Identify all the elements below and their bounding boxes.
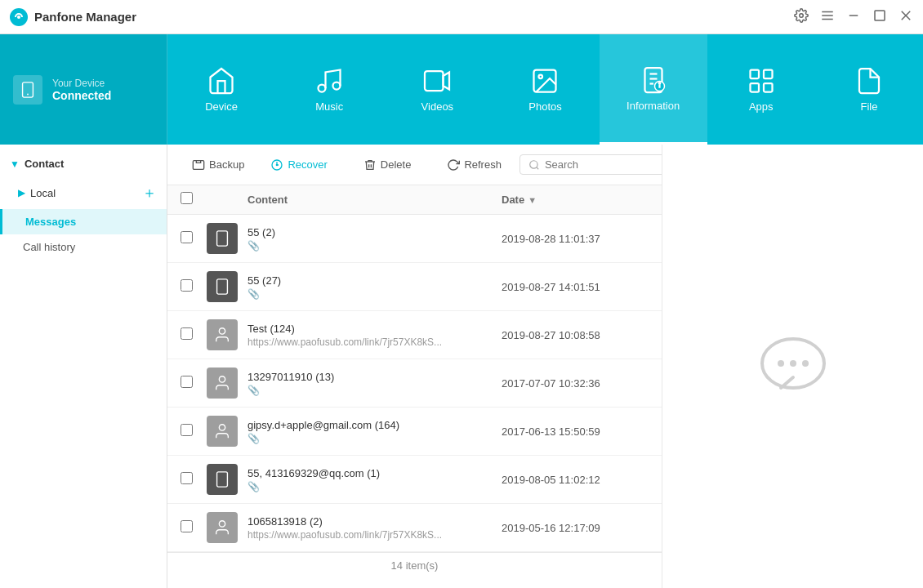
header-date[interactable]: Date ▼	[502, 194, 649, 206]
row-name: 55, 413169329@qq.com (1)	[247, 467, 502, 479]
main-area: ▼ Contact ▶ Local ＋ Messages Call histor…	[0, 145, 923, 588]
content-area: Backup Recover Delete	[167, 145, 662, 588]
row-checkbox-cell[interactable]	[181, 472, 207, 488]
svg-point-17	[539, 75, 543, 79]
refresh-icon	[447, 158, 460, 172]
row-content-cell: gipsy.d+apple@gmail.com (164) 📎	[247, 419, 502, 444]
avatar	[207, 512, 238, 543]
nav-item-music[interactable]: Music	[275, 34, 383, 145]
header-check[interactable]	[181, 192, 207, 207]
backup-button[interactable]: Backup	[181, 154, 256, 176]
title-bar-left: Panfone Manager	[10, 8, 136, 26]
delete-button[interactable]: Delete	[352, 154, 423, 176]
close-icon[interactable]	[898, 8, 913, 26]
messages-label: Messages	[25, 216, 76, 228]
row-attachment: 📎	[247, 288, 502, 300]
sidebar-section-contact[interactable]: ▼ Contact	[0, 151, 167, 176]
nav-item-videos[interactable]: Videos	[383, 34, 491, 145]
row-checkbox[interactable]	[181, 279, 193, 292]
nav-item-photos-label: Photos	[528, 100, 561, 113]
table-row[interactable]: 1065813918 (2) https://www.paofusub.com/…	[167, 504, 662, 552]
minimize-icon[interactable]	[846, 8, 861, 26]
row-avatar-cell	[207, 223, 247, 254]
svg-rect-41	[217, 472, 228, 487]
nav-item-photos[interactable]: Photos	[491, 34, 599, 145]
nav-item-information[interactable]: Information	[600, 34, 707, 145]
nav-item-information-label: Information	[626, 100, 680, 112]
sidebar-local-header[interactable]: ▶ Local ＋	[0, 176, 167, 209]
row-checkbox-cell[interactable]	[181, 327, 207, 343]
search-box[interactable]	[519, 154, 662, 175]
recover-icon	[270, 158, 283, 172]
table-row[interactable]: 13297011910 (13) 📎 2017-07-07 10:32:36	[167, 359, 662, 408]
svg-point-38	[219, 328, 225, 334]
svg-point-34	[530, 160, 537, 167]
row-avatar-cell	[207, 319, 247, 350]
svg-point-33	[277, 164, 278, 165]
menu-icon[interactable]	[820, 8, 835, 26]
nav-item-apps-label: Apps	[749, 100, 774, 113]
row-checkbox[interactable]	[181, 376, 193, 388]
select-all-checkbox[interactable]	[181, 192, 193, 204]
refresh-button[interactable]: Refresh	[435, 154, 513, 176]
nav-item-music-label: Music	[315, 100, 343, 113]
row-checkbox[interactable]	[181, 327, 193, 340]
table-header: Content Date ▼	[167, 185, 662, 215]
row-date: 2019-08-27 10:08:58	[502, 329, 649, 341]
row-name: 55 (27)	[247, 274, 502, 287]
svg-point-44	[778, 360, 784, 367]
table-row[interactable]: Test (124) https://www.paofusub.com/link…	[167, 311, 662, 359]
row-content-cell: 1065813918 (2) https://www.paofusub.com/…	[247, 515, 502, 541]
row-checkbox-cell[interactable]	[181, 279, 207, 295]
table-body: 55 (2) 📎 2019-08-28 11:01:37 55 (27) 📎 2…	[167, 215, 662, 552]
app-logo	[10, 8, 28, 26]
avatar	[207, 416, 238, 447]
row-attachment: 📎	[247, 481, 502, 492]
nav-bar: Your Device Connected Device Music Video…	[0, 34, 923, 145]
sort-arrow-icon: ▼	[528, 195, 537, 205]
row-checkbox[interactable]	[181, 472, 193, 484]
row-name: 55 (2)	[247, 226, 502, 238]
svg-point-1	[17, 16, 20, 19]
sidebar-item-call-history[interactable]: Call history	[0, 234, 167, 260]
svg-rect-37	[217, 279, 228, 294]
svg-point-13	[333, 82, 341, 90]
sidebar-item-messages[interactable]: Messages	[0, 209, 167, 234]
add-local-button[interactable]: ＋	[142, 183, 157, 203]
sidebar: ▼ Contact ▶ Local ＋ Messages Call histor…	[0, 145, 167, 588]
row-checkbox-cell[interactable]	[181, 231, 207, 247]
row-date: 2019-08-28 11:01:37	[502, 233, 649, 245]
settings-icon[interactable]	[794, 8, 809, 26]
row-checkbox[interactable]	[181, 424, 193, 436]
recover-button[interactable]: Recover	[259, 154, 338, 176]
row-content-cell: 55 (2) 📎	[247, 226, 502, 252]
svg-point-12	[319, 85, 326, 92]
svg-rect-29	[193, 160, 203, 169]
nav-item-apps[interactable]: Apps	[707, 34, 815, 145]
maximize-icon[interactable]	[872, 8, 887, 26]
row-checkbox-cell[interactable]	[181, 376, 207, 391]
message-table: Content Date ▼ 55 (2) 📎 2019-08-28 11:01…	[167, 185, 662, 588]
row-checkbox-cell[interactable]	[181, 520, 207, 536]
nav-item-file[interactable]: File	[815, 34, 923, 145]
table-row[interactable]: 55, 413169329@qq.com (1) 📎 2019-08-05 11…	[167, 456, 662, 504]
row-sub-text: https://www.paofusub.com/link/7jr57XK8kS…	[247, 529, 502, 541]
row-checkbox[interactable]	[181, 520, 193, 532]
table-row[interactable]: 55 (2) 📎 2019-08-28 11:01:37	[167, 215, 662, 263]
sidebar-section-contact-label: Contact	[25, 158, 64, 170]
svg-point-40	[219, 425, 225, 430]
svg-rect-27	[750, 83, 759, 92]
chat-bubble-icon	[756, 332, 830, 401]
table-row[interactable]: gipsy.d+apple@gmail.com (164) 📎 2017-06-…	[167, 408, 662, 456]
search-input[interactable]	[545, 158, 662, 171]
row-checkbox[interactable]	[181, 231, 193, 243]
table-row[interactable]: 55 (27) 📎 2019-08-27 14:01:51	[167, 263, 662, 311]
svg-point-24	[658, 82, 660, 84]
nav-item-videos-label: Videos	[421, 100, 454, 113]
row-checkbox-cell[interactable]	[181, 424, 207, 439]
sidebar-local-label: Local	[30, 187, 56, 199]
row-content-cell: 13297011910 (13) 📎	[247, 371, 502, 396]
svg-point-2	[800, 13, 804, 17]
nav-item-device[interactable]: Device	[167, 34, 275, 145]
avatar	[207, 319, 238, 350]
